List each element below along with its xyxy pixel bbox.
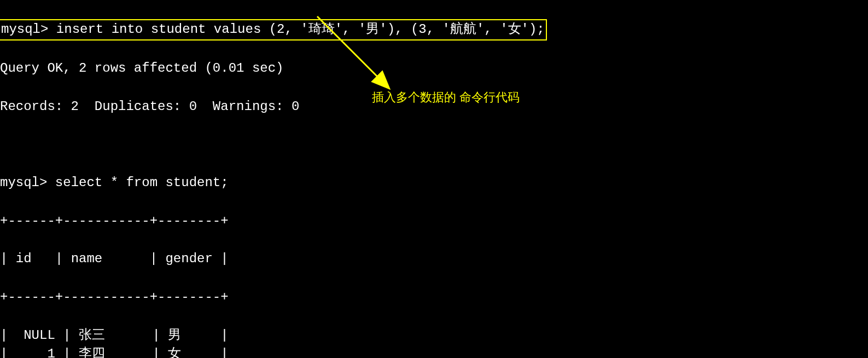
terminal-output: mysql> insert into student values (2, '琦… <box>0 0 868 358</box>
col-header-name: name <box>71 251 103 266</box>
table-border-mid: +------+-----------+--------+ <box>0 288 868 307</box>
insert-command: insert into student values (2, '琦琦', '男'… <box>48 22 544 37</box>
table-row: | NULL | 张三 | 男 | <box>0 326 868 345</box>
select-command: select * from student; <box>47 175 228 190</box>
table-row: | 1 | 李四 | 女 | <box>0 345 868 358</box>
mysql-prompt: mysql> <box>0 175 47 190</box>
query-ok-line: Query OK, 2 rows affected (0.01 sec) <box>0 59 868 78</box>
col-header-id: id <box>16 251 32 266</box>
table-header-row: | id | name | gender | <box>0 250 868 269</box>
annotation-text: 插入多个数据的 命令行代码 <box>372 89 520 106</box>
highlighted-command: mysql> insert into student values (2, '琦… <box>0 19 547 41</box>
mysql-prompt: mysql> <box>1 22 48 37</box>
table-border-top: +------+-----------+--------+ <box>0 212 868 231</box>
col-header-gender: gender <box>165 251 212 266</box>
